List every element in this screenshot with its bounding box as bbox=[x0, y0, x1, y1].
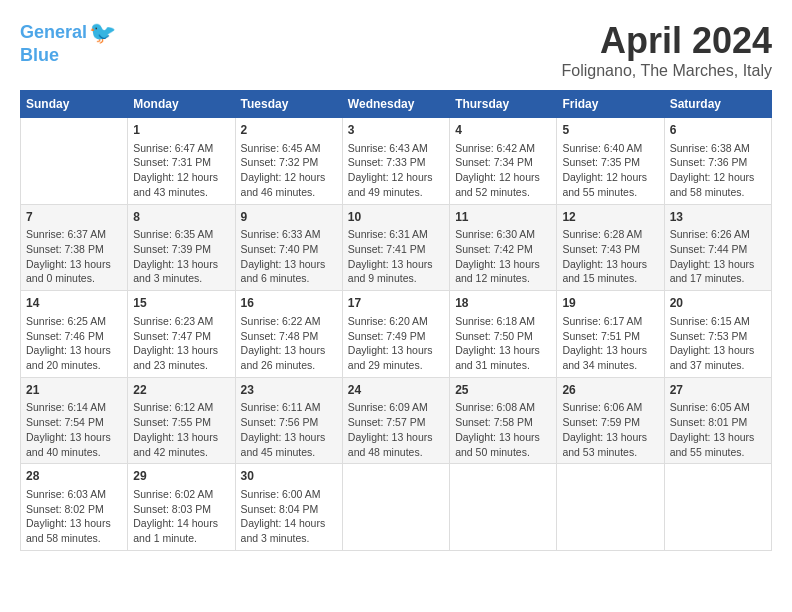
day-info: Sunrise: 6:18 AM Sunset: 7:50 PM Dayligh… bbox=[455, 314, 551, 373]
day-info: Sunrise: 6:00 AM Sunset: 8:04 PM Dayligh… bbox=[241, 487, 337, 546]
day-number: 18 bbox=[455, 295, 551, 312]
day-info: Sunrise: 6:28 AM Sunset: 7:43 PM Dayligh… bbox=[562, 227, 658, 286]
day-info: Sunrise: 6:12 AM Sunset: 7:55 PM Dayligh… bbox=[133, 400, 229, 459]
day-number: 6 bbox=[670, 122, 766, 139]
header-monday: Monday bbox=[128, 91, 235, 118]
calendar-cell bbox=[664, 464, 771, 551]
day-info: Sunrise: 6:31 AM Sunset: 7:41 PM Dayligh… bbox=[348, 227, 444, 286]
subtitle: Folignano, The Marches, Italy bbox=[562, 62, 772, 80]
day-number: 27 bbox=[670, 382, 766, 399]
day-number: 20 bbox=[670, 295, 766, 312]
logo: General 🐦 Blue bbox=[20, 20, 116, 66]
header-wednesday: Wednesday bbox=[342, 91, 449, 118]
day-number: 23 bbox=[241, 382, 337, 399]
day-number: 3 bbox=[348, 122, 444, 139]
day-info: Sunrise: 6:38 AM Sunset: 7:36 PM Dayligh… bbox=[670, 141, 766, 200]
main-title: April 2024 bbox=[562, 20, 772, 62]
calendar-cell: 25Sunrise: 6:08 AM Sunset: 7:58 PM Dayli… bbox=[450, 377, 557, 464]
calendar-cell: 29Sunrise: 6:02 AM Sunset: 8:03 PM Dayli… bbox=[128, 464, 235, 551]
calendar-week-row: 14Sunrise: 6:25 AM Sunset: 7:46 PM Dayli… bbox=[21, 291, 772, 378]
calendar-cell: 24Sunrise: 6:09 AM Sunset: 7:57 PM Dayli… bbox=[342, 377, 449, 464]
calendar-cell: 23Sunrise: 6:11 AM Sunset: 7:56 PM Dayli… bbox=[235, 377, 342, 464]
calendar-table: SundayMondayTuesdayWednesdayThursdayFrid… bbox=[20, 90, 772, 551]
calendar-cell: 5Sunrise: 6:40 AM Sunset: 7:35 PM Daylig… bbox=[557, 118, 664, 205]
day-info: Sunrise: 6:02 AM Sunset: 8:03 PM Dayligh… bbox=[133, 487, 229, 546]
calendar-cell: 13Sunrise: 6:26 AM Sunset: 7:44 PM Dayli… bbox=[664, 204, 771, 291]
logo-text2: Blue bbox=[20, 46, 116, 66]
day-info: Sunrise: 6:40 AM Sunset: 7:35 PM Dayligh… bbox=[562, 141, 658, 200]
calendar-cell bbox=[342, 464, 449, 551]
day-number: 21 bbox=[26, 382, 122, 399]
header-thursday: Thursday bbox=[450, 91, 557, 118]
day-number: 2 bbox=[241, 122, 337, 139]
day-info: Sunrise: 6:47 AM Sunset: 7:31 PM Dayligh… bbox=[133, 141, 229, 200]
day-info: Sunrise: 6:26 AM Sunset: 7:44 PM Dayligh… bbox=[670, 227, 766, 286]
day-info: Sunrise: 6:22 AM Sunset: 7:48 PM Dayligh… bbox=[241, 314, 337, 373]
calendar-cell bbox=[557, 464, 664, 551]
day-number: 28 bbox=[26, 468, 122, 485]
day-number: 26 bbox=[562, 382, 658, 399]
day-number: 30 bbox=[241, 468, 337, 485]
day-number: 29 bbox=[133, 468, 229, 485]
calendar-week-row: 7Sunrise: 6:37 AM Sunset: 7:38 PM Daylig… bbox=[21, 204, 772, 291]
calendar-cell: 2Sunrise: 6:45 AM Sunset: 7:32 PM Daylig… bbox=[235, 118, 342, 205]
day-info: Sunrise: 6:23 AM Sunset: 7:47 PM Dayligh… bbox=[133, 314, 229, 373]
logo-bird-icon: 🐦 bbox=[89, 20, 116, 46]
day-number: 11 bbox=[455, 209, 551, 226]
day-number: 9 bbox=[241, 209, 337, 226]
title-block: April 2024 Folignano, The Marches, Italy bbox=[562, 20, 772, 80]
day-info: Sunrise: 6:25 AM Sunset: 7:46 PM Dayligh… bbox=[26, 314, 122, 373]
day-number: 24 bbox=[348, 382, 444, 399]
day-info: Sunrise: 6:33 AM Sunset: 7:40 PM Dayligh… bbox=[241, 227, 337, 286]
calendar-cell: 9Sunrise: 6:33 AM Sunset: 7:40 PM Daylig… bbox=[235, 204, 342, 291]
day-info: Sunrise: 6:08 AM Sunset: 7:58 PM Dayligh… bbox=[455, 400, 551, 459]
day-info: Sunrise: 6:06 AM Sunset: 7:59 PM Dayligh… bbox=[562, 400, 658, 459]
calendar-cell: 26Sunrise: 6:06 AM Sunset: 7:59 PM Dayli… bbox=[557, 377, 664, 464]
calendar-cell: 11Sunrise: 6:30 AM Sunset: 7:42 PM Dayli… bbox=[450, 204, 557, 291]
calendar-cell: 7Sunrise: 6:37 AM Sunset: 7:38 PM Daylig… bbox=[21, 204, 128, 291]
calendar-cell: 17Sunrise: 6:20 AM Sunset: 7:49 PM Dayli… bbox=[342, 291, 449, 378]
day-number: 4 bbox=[455, 122, 551, 139]
calendar-week-row: 28Sunrise: 6:03 AM Sunset: 8:02 PM Dayli… bbox=[21, 464, 772, 551]
day-number: 19 bbox=[562, 295, 658, 312]
calendar-header-row: SundayMondayTuesdayWednesdayThursdayFrid… bbox=[21, 91, 772, 118]
day-info: Sunrise: 6:11 AM Sunset: 7:56 PM Dayligh… bbox=[241, 400, 337, 459]
header-friday: Friday bbox=[557, 91, 664, 118]
day-number: 16 bbox=[241, 295, 337, 312]
day-info: Sunrise: 6:05 AM Sunset: 8:01 PM Dayligh… bbox=[670, 400, 766, 459]
calendar-cell: 18Sunrise: 6:18 AM Sunset: 7:50 PM Dayli… bbox=[450, 291, 557, 378]
calendar-cell: 27Sunrise: 6:05 AM Sunset: 8:01 PM Dayli… bbox=[664, 377, 771, 464]
day-number: 13 bbox=[670, 209, 766, 226]
calendar-cell: 22Sunrise: 6:12 AM Sunset: 7:55 PM Dayli… bbox=[128, 377, 235, 464]
day-number: 25 bbox=[455, 382, 551, 399]
calendar-cell: 12Sunrise: 6:28 AM Sunset: 7:43 PM Dayli… bbox=[557, 204, 664, 291]
day-number: 15 bbox=[133, 295, 229, 312]
calendar-cell: 19Sunrise: 6:17 AM Sunset: 7:51 PM Dayli… bbox=[557, 291, 664, 378]
day-number: 14 bbox=[26, 295, 122, 312]
calendar-cell: 20Sunrise: 6:15 AM Sunset: 7:53 PM Dayli… bbox=[664, 291, 771, 378]
day-info: Sunrise: 6:15 AM Sunset: 7:53 PM Dayligh… bbox=[670, 314, 766, 373]
calendar-cell: 6Sunrise: 6:38 AM Sunset: 7:36 PM Daylig… bbox=[664, 118, 771, 205]
header-tuesday: Tuesday bbox=[235, 91, 342, 118]
calendar-cell: 28Sunrise: 6:03 AM Sunset: 8:02 PM Dayli… bbox=[21, 464, 128, 551]
page-header: General 🐦 Blue April 2024 Folignano, The… bbox=[20, 20, 772, 80]
calendar-cell: 4Sunrise: 6:42 AM Sunset: 7:34 PM Daylig… bbox=[450, 118, 557, 205]
day-info: Sunrise: 6:17 AM Sunset: 7:51 PM Dayligh… bbox=[562, 314, 658, 373]
day-info: Sunrise: 6:35 AM Sunset: 7:39 PM Dayligh… bbox=[133, 227, 229, 286]
header-sunday: Sunday bbox=[21, 91, 128, 118]
calendar-cell: 8Sunrise: 6:35 AM Sunset: 7:39 PM Daylig… bbox=[128, 204, 235, 291]
day-number: 5 bbox=[562, 122, 658, 139]
day-info: Sunrise: 6:42 AM Sunset: 7:34 PM Dayligh… bbox=[455, 141, 551, 200]
day-info: Sunrise: 6:09 AM Sunset: 7:57 PM Dayligh… bbox=[348, 400, 444, 459]
day-info: Sunrise: 6:45 AM Sunset: 7:32 PM Dayligh… bbox=[241, 141, 337, 200]
calendar-week-row: 1Sunrise: 6:47 AM Sunset: 7:31 PM Daylig… bbox=[21, 118, 772, 205]
calendar-cell bbox=[450, 464, 557, 551]
calendar-cell: 21Sunrise: 6:14 AM Sunset: 7:54 PM Dayli… bbox=[21, 377, 128, 464]
day-info: Sunrise: 6:30 AM Sunset: 7:42 PM Dayligh… bbox=[455, 227, 551, 286]
calendar-cell: 14Sunrise: 6:25 AM Sunset: 7:46 PM Dayli… bbox=[21, 291, 128, 378]
calendar-cell: 3Sunrise: 6:43 AM Sunset: 7:33 PM Daylig… bbox=[342, 118, 449, 205]
day-info: Sunrise: 6:37 AM Sunset: 7:38 PM Dayligh… bbox=[26, 227, 122, 286]
day-number: 17 bbox=[348, 295, 444, 312]
header-saturday: Saturday bbox=[664, 91, 771, 118]
day-number: 1 bbox=[133, 122, 229, 139]
